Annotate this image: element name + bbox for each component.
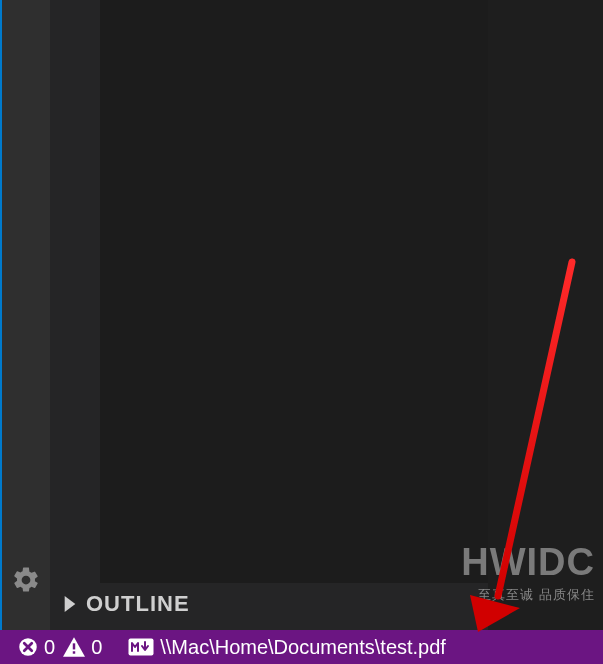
settings-button[interactable] — [10, 564, 42, 596]
status-errors[interactable]: 0 — [18, 636, 55, 659]
outline-section-header[interactable]: OUTLINE — [50, 584, 488, 624]
activity-bar — [0, 0, 50, 630]
outline-label: OUTLINE — [86, 591, 190, 617]
file-path: \\Mac\Home\Documents\test.pdf — [160, 636, 446, 659]
panel-content-area — [100, 0, 488, 583]
status-bar: 0 0 \\Mac\Home\Documents\test.pdf — [0, 630, 603, 664]
warnings-count: 0 — [91, 636, 102, 659]
app-root: OUTLINE HWIDC 至真至诚 品质保住 0 0 — [0, 0, 603, 664]
svg-rect-2 — [73, 651, 75, 653]
warning-triangle-icon — [63, 637, 85, 657]
error-circle-icon — [18, 637, 38, 657]
gear-icon — [11, 565, 41, 595]
svg-rect-1 — [73, 643, 75, 649]
editor-area — [488, 0, 603, 630]
chevron-right-icon — [64, 596, 76, 612]
errors-count: 0 — [44, 636, 55, 659]
markdown-icon — [128, 638, 154, 656]
side-panel: OUTLINE — [50, 0, 488, 630]
status-warnings[interactable]: 0 — [63, 636, 102, 659]
status-file[interactable]: \\Mac\Home\Documents\test.pdf — [128, 636, 446, 659]
